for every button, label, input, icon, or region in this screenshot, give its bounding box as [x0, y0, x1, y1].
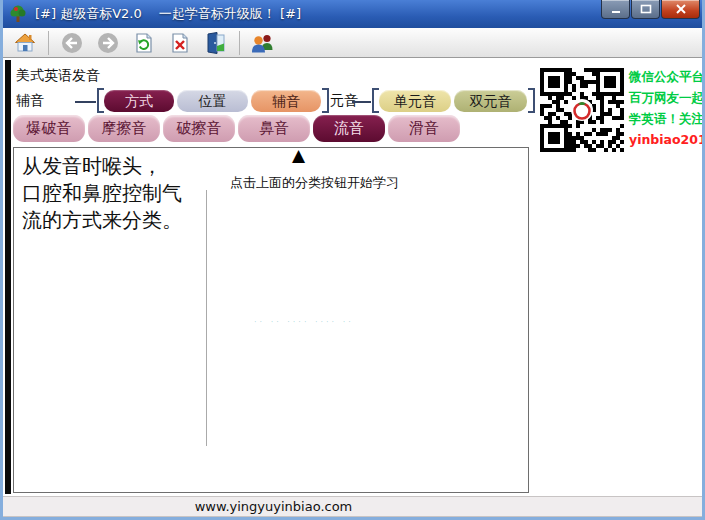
tab-liquid[interactable]: 流音 — [313, 115, 385, 142]
back-arrow-icon — [60, 31, 84, 55]
tab-consonant[interactable]: 辅音 — [251, 90, 321, 112]
bracket-close — [528, 88, 535, 113]
tab-plosive[interactable]: 爆破音 — [13, 115, 85, 142]
tab-manner[interactable]: 方式 — [104, 90, 174, 112]
wechat-account-id: yinbiao2012 — [629, 129, 705, 150]
connector-line — [352, 101, 371, 103]
forward-button[interactable] — [93, 30, 123, 56]
promo-line: 百万网友一起 — [629, 87, 705, 108]
website-url: www.yingyuyinbiao.com — [1, 499, 546, 514]
description-text: 从发音时喉头， 口腔和鼻腔控制气 流的方式来分类。 — [22, 153, 182, 234]
promo-line: 微信公众平台 — [629, 66, 705, 87]
bracket-open — [372, 88, 379, 113]
description-line: 流的方式来分类。 — [22, 207, 182, 234]
left-black-strip — [5, 60, 11, 497]
close-page-icon — [168, 31, 192, 55]
description-line: 口腔和鼻腔控制气 — [22, 180, 182, 207]
connector-line — [75, 101, 96, 103]
close-button[interactable] — [661, 0, 700, 19]
window-title: [#] 超级音标V2.0 一起学音标升级版！ [#] — [35, 5, 301, 23]
tab-monophthong[interactable]: 单元音 — [379, 90, 451, 112]
home-icon — [13, 31, 37, 55]
main-area: 美式英语发音 辅音 方式 位置 辅音 元音 单元音 双元音 爆破音 摩擦音 破擦… — [0, 59, 705, 497]
forward-arrow-icon — [96, 31, 120, 55]
home-button[interactable] — [10, 30, 40, 56]
faint-watermark: ·· ·· ···· ···· ·· — [254, 318, 354, 327]
maximize-icon — [640, 4, 652, 14]
toolbar — [0, 28, 705, 58]
refresh-icon — [132, 31, 156, 55]
status-panel: www.yingyuyinbiao.com — [0, 496, 705, 517]
close-page-button[interactable] — [165, 30, 195, 56]
minimize-icon — [610, 4, 622, 14]
content-box: 从发音时喉头， 口腔和鼻腔控制气 流的方式来分类。 ▲ 点击上面的分类按钮开始学… — [13, 147, 529, 493]
exit-door-icon — [204, 31, 228, 55]
users-button[interactable] — [248, 30, 278, 56]
tab-nasal[interactable]: 鼻音 — [238, 115, 310, 142]
bracket-open — [97, 88, 104, 113]
refresh-button[interactable] — [129, 30, 159, 56]
wechat-qr-code — [540, 67, 624, 153]
wechat-promo-text: 微信公众平台 百万网友一起 学英语！关注 yinbiao2012 — [629, 66, 705, 150]
back-button[interactable] — [57, 30, 87, 56]
tab-diphthong[interactable]: 双元音 — [454, 90, 527, 112]
app-window: [#] 超级音标V2.0 一起学音标升级版！ [#] — [0, 0, 705, 520]
up-arrow-icon: ▲ — [292, 145, 305, 165]
exit-button[interactable] — [201, 30, 231, 56]
title-bar[interactable]: [#] 超级音标V2.0 一起学音标升级版！ [#] — [0, 0, 705, 28]
description-line: 从发音时喉头， — [22, 153, 182, 180]
users-icon — [250, 31, 276, 55]
app-icon-tree — [8, 4, 28, 24]
maximize-button[interactable] — [631, 0, 660, 19]
tab-affricate[interactable]: 破擦音 — [163, 115, 235, 142]
consonant-group-label: 辅音 — [16, 92, 44, 110]
bracket-close — [322, 88, 329, 113]
window-controls — [600, 0, 700, 19]
minimize-button[interactable] — [601, 0, 630, 19]
hint-text: 点击上面的分类按钮开始学习 — [230, 174, 399, 192]
vertical-divider — [206, 190, 207, 446]
toolbar-separator — [239, 31, 240, 55]
close-icon — [675, 4, 687, 14]
promo-line: 学英语！关注 — [629, 108, 705, 129]
toolbar-separator — [48, 31, 49, 55]
tab-fricative[interactable]: 摩擦音 — [88, 115, 160, 142]
tab-glide[interactable]: 滑音 — [388, 115, 460, 142]
status-bar: www.yingyuyinbiao.com — [0, 494, 705, 517]
tab-position[interactable]: 位置 — [177, 90, 248, 112]
page-title: 美式英语发音 — [16, 67, 100, 85]
